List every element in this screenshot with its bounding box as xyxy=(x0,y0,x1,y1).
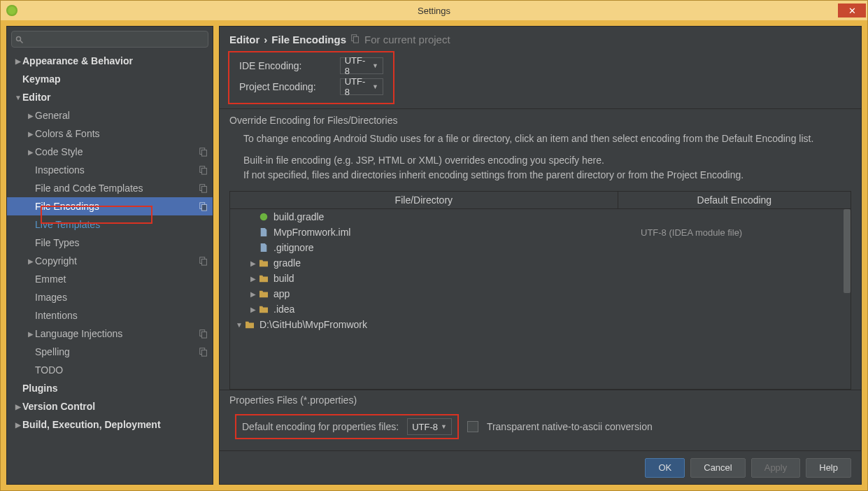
sidebar-item-intentions[interactable]: Intentions xyxy=(7,306,213,325)
svg-rect-17 xyxy=(353,36,358,43)
sidebar-item-emmet[interactable]: Emmet xyxy=(7,270,213,288)
sidebar-item-copyright[interactable]: ▶Copyright xyxy=(7,252,213,270)
file-name: build xyxy=(273,273,641,284)
sidebar-item-appearance-behavior[interactable]: ▶Appearance & Behavior xyxy=(7,52,213,70)
table-row[interactable]: MvpFromwork.imlUTF-8 (IDEA module file) xyxy=(230,225,851,240)
svg-rect-15 xyxy=(201,350,206,356)
cancel-button[interactable]: Cancel xyxy=(690,458,745,478)
button-bar: OK Cancel Apply Help xyxy=(220,450,861,484)
help-button[interactable]: Help xyxy=(806,458,851,478)
project-encoding-dropdown[interactable]: UTF-8▼ xyxy=(340,78,383,95)
scrollbar-thumb[interactable] xyxy=(844,209,851,293)
sidebar-item-label: Language Injections xyxy=(35,328,199,339)
override-description-1: To change encoding Android Studio uses f… xyxy=(220,129,861,150)
table-header-file[interactable]: File/Directory xyxy=(230,192,618,208)
sidebar-item-label: Code Style xyxy=(35,146,199,157)
table-row[interactable]: ▶gradle xyxy=(230,255,851,271)
folder-icon xyxy=(258,288,269,299)
expand-arrow-icon: ▶ xyxy=(27,330,35,338)
file-icon xyxy=(258,242,269,253)
sidebar-item-file-and-code-templates[interactable]: File and Code Templates xyxy=(7,179,213,197)
svg-rect-5 xyxy=(201,168,206,174)
settings-tree[interactable]: ▶Appearance & BehaviorKeymap▼Editor▶Gene… xyxy=(7,52,213,484)
expand-arrow-icon: ▶ xyxy=(14,57,22,65)
encoding-table: File/Directory Default Encoding build.gr… xyxy=(229,191,851,390)
close-button[interactable]: ✕ xyxy=(838,3,866,17)
ide-encoding-dropdown[interactable]: UTF-8▼ xyxy=(340,57,383,74)
override-section-title: Override Encoding for Files/Directories xyxy=(220,108,861,129)
expand-arrow-icon: ▶ xyxy=(248,259,258,267)
folder-icon xyxy=(258,304,269,315)
expand-arrow-icon: ▶ xyxy=(27,130,35,138)
chevron-down-icon: ▼ xyxy=(372,83,378,90)
override-description-2: Built-in file encoding (e.g. JSP, HTML o… xyxy=(220,150,861,187)
sidebar-item-general[interactable]: ▶General xyxy=(7,106,213,124)
properties-section-title: Properties Files (*.properties) xyxy=(229,394,851,406)
transparent-ascii-checkbox[interactable] xyxy=(467,421,478,432)
ok-button[interactable]: OK xyxy=(645,458,685,478)
sidebar-item-code-style[interactable]: ▶Code Style xyxy=(7,143,213,161)
breadcrumb-current: File Encodings xyxy=(271,34,346,45)
sidebar-item-spelling[interactable]: Spelling xyxy=(7,343,213,361)
expand-arrow-icon: ▶ xyxy=(14,403,22,411)
expand-arrow-icon: ▶ xyxy=(27,257,35,265)
encoding-highlight: IDE Encoding: UTF-8▼ Project Encoding: U… xyxy=(228,51,394,104)
sidebar-item-inspections[interactable]: Inspections xyxy=(7,161,213,179)
ide-encoding-label: IDE Encoding: xyxy=(239,60,340,71)
table-row[interactable]: ▶app xyxy=(230,286,851,301)
project-scope-icon xyxy=(199,165,208,175)
sidebar-item-label: File Encodings xyxy=(35,201,199,212)
folder-icon xyxy=(258,257,269,269)
table-row[interactable]: ▼D:\GitHub\MvpFromwork xyxy=(230,317,851,332)
sidebar-item-label: Inspections xyxy=(35,164,199,176)
table-row[interactable]: ▶build xyxy=(230,271,851,286)
project-encoding-label: Project Encoding: xyxy=(239,81,340,92)
sidebar-item-label: Emmet xyxy=(35,273,208,285)
chevron-down-icon: ▼ xyxy=(441,423,447,430)
file-icon xyxy=(258,227,269,238)
sidebar-item-build-execution-deployment[interactable]: ▶Build, Execution, Deployment xyxy=(7,415,213,434)
sidebar-item-label: Intentions xyxy=(35,310,208,321)
project-scope-icon xyxy=(199,201,208,211)
sidebar-item-label: Version Control xyxy=(22,401,208,412)
expand-arrow-icon: ▶ xyxy=(27,148,35,156)
table-row[interactable]: build.gradle xyxy=(230,209,851,225)
expand-arrow-icon: ▶ xyxy=(248,306,258,313)
sidebar-item-plugins[interactable]: Plugins xyxy=(7,379,213,397)
sidebar-item-label: Plugins xyxy=(22,383,208,394)
gradle-icon xyxy=(258,211,269,222)
breadcrumb-scope: For current project xyxy=(364,34,450,45)
sidebar-item-label: Images xyxy=(35,292,208,303)
sidebar-item-todo[interactable]: TODO xyxy=(7,361,213,379)
project-scope-icon xyxy=(199,329,208,339)
file-name: app xyxy=(273,288,641,299)
sidebar-item-label: Keymap xyxy=(22,73,208,85)
project-scope-icon xyxy=(199,347,208,357)
sidebar-item-live-templates[interactable]: Live Templates xyxy=(7,215,213,234)
table-header-encoding[interactable]: Default Encoding xyxy=(618,192,851,208)
sidebar-item-version-control[interactable]: ▶Version Control xyxy=(7,397,213,415)
properties-encoding-dropdown[interactable]: UTF-8▼ xyxy=(407,418,452,435)
sidebar-item-file-types[interactable]: File Types xyxy=(7,234,213,252)
expand-arrow-icon: ▼ xyxy=(234,321,244,329)
file-name: .idea xyxy=(273,304,641,315)
sidebar-item-images[interactable]: Images xyxy=(7,288,213,306)
search-input[interactable] xyxy=(11,31,208,48)
sidebar-item-editor[interactable]: ▼Editor xyxy=(7,88,213,106)
project-scope-icon xyxy=(199,256,208,266)
sidebar-item-language-injections[interactable]: ▶Language Injections xyxy=(7,325,213,343)
sidebar-item-keymap[interactable]: Keymap xyxy=(7,70,213,88)
settings-sidebar: ▶Appearance & BehaviorKeymap▼Editor▶Gene… xyxy=(6,26,213,485)
apply-button[interactable]: Apply xyxy=(751,458,801,478)
sidebar-item-colors-fonts[interactable]: ▶Colors & Fonts xyxy=(7,124,213,143)
table-row[interactable]: ▶.idea xyxy=(230,301,851,317)
folder-icon xyxy=(244,319,255,330)
sidebar-item-file-encodings[interactable]: File Encodings xyxy=(7,197,213,215)
scrollbar[interactable] xyxy=(844,209,851,389)
chevron-down-icon: ▼ xyxy=(372,62,378,69)
sidebar-item-label: Editor xyxy=(22,92,208,103)
expand-arrow-icon: ▶ xyxy=(27,112,35,120)
transparent-ascii-label: Transparent native-to-ascii conversion xyxy=(487,421,653,432)
table-row[interactable]: .gitignore xyxy=(230,240,851,255)
table-body[interactable]: build.gradleMvpFromwork.imlUTF-8 (IDEA m… xyxy=(230,209,851,389)
